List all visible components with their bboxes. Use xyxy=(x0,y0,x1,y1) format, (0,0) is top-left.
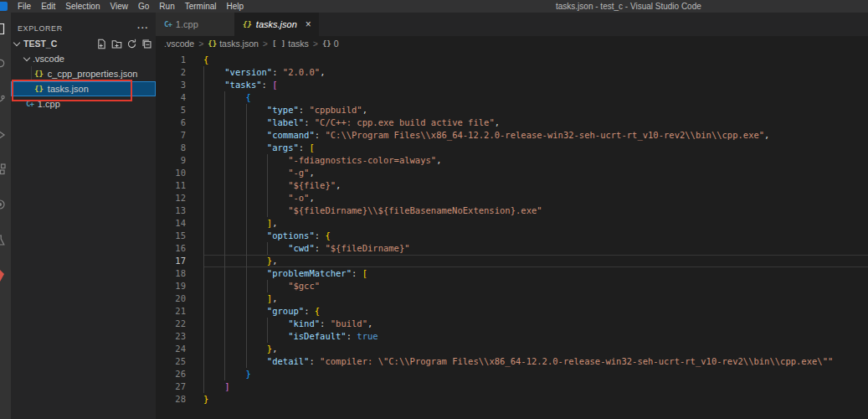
code-text: "cwd": "${fileDirname}" xyxy=(203,242,868,255)
menu-help[interactable]: Help xyxy=(222,0,249,13)
explorer-header: EXPLORER ··· xyxy=(11,19,156,36)
menu-selection[interactable]: Selection xyxy=(60,0,105,13)
code-line[interactable]: 6 "label": "C/C++: cpp.exe build active … xyxy=(156,116,868,129)
menu-run[interactable]: Run xyxy=(154,0,179,13)
line-number: 12 xyxy=(156,192,203,204)
remote-explorer-icon[interactable] xyxy=(0,199,7,212)
code-text: ] xyxy=(203,380,868,393)
code-line[interactable]: 25 "detail": "compiler: \"C:\\Program Fi… xyxy=(156,355,868,368)
code-line[interactable]: 15 "options": { xyxy=(156,230,868,242)
code-line[interactable]: 5 "type": "cppbuild", xyxy=(156,104,868,116)
code-text: "isDefault": true xyxy=(203,330,868,343)
breadcrumb: .vscode > {} tasks.json > [ ] tasks > {}… xyxy=(156,36,868,51)
explorer-sidebar: EXPLORER ··· TEST_C .vscode {} c_cpp_pro… xyxy=(11,13,156,419)
run-debug-icon[interactable] xyxy=(0,128,7,142)
code-line[interactable]: 24 }, xyxy=(156,343,868,355)
code-line[interactable]: 11 "${file}", xyxy=(156,179,868,192)
line-number: 22 xyxy=(156,318,203,330)
code-line[interactable]: 16 "cwd": "${fileDirname}" xyxy=(156,242,868,255)
tab-tasks-json[interactable]: {} tasks.json × xyxy=(234,13,319,36)
menu-view[interactable]: View xyxy=(105,0,134,13)
code-line[interactable]: 21 "group": { xyxy=(156,305,868,318)
line-number: 5 xyxy=(156,104,203,116)
code-text: { xyxy=(203,54,868,66)
line-number: 11 xyxy=(156,179,203,192)
code-text: "label": "C/C++: cpp.exe build active fi… xyxy=(203,116,868,129)
extension-badge-icon[interactable] xyxy=(0,269,7,282)
line-number: 20 xyxy=(156,292,203,305)
menu-edit[interactable]: Edit xyxy=(36,0,60,13)
tab-bar: C+ 1.cpp {} tasks.json × xyxy=(156,13,868,36)
project-name: TEST_C xyxy=(23,39,57,49)
code-line[interactable]: 28} xyxy=(156,393,868,406)
code-line[interactable]: 23 "isDefault": true xyxy=(156,330,868,343)
code-line[interactable]: 20 ], xyxy=(156,292,868,305)
collapse-all-icon[interactable] xyxy=(141,39,152,49)
new-file-icon[interactable] xyxy=(96,39,107,49)
code-line[interactable]: 14 ], xyxy=(156,217,868,230)
code-line[interactable]: 10 "-g", xyxy=(156,167,868,179)
refresh-icon[interactable] xyxy=(126,39,137,49)
more-actions-icon[interactable]: ··· xyxy=(137,23,149,33)
code-line[interactable]: 1{ xyxy=(156,54,868,66)
code-text: "version": "2.0.0", xyxy=(203,66,868,79)
tree-item-c-cpp-properties[interactable]: {} c_cpp_properties.json xyxy=(11,66,156,81)
code-line[interactable]: 12 "-o", xyxy=(156,192,868,204)
explorer-title: EXPLORER xyxy=(18,24,63,33)
editor-group: C+ 1.cpp {} tasks.json × .vscode > {} ta… xyxy=(156,13,868,419)
breadcrumb-vscode[interactable]: .vscode xyxy=(164,39,194,49)
line-number: 4 xyxy=(156,91,203,104)
code-line[interactable]: 7 "command": "C:\\Program Files\\x86_64-… xyxy=(156,129,868,142)
code-text: "tasks": [ xyxy=(203,79,868,91)
code-line[interactable]: 26 } xyxy=(156,368,868,380)
code-text: "kind": "build", xyxy=(203,318,868,330)
code-line[interactable]: 4 { xyxy=(156,91,868,104)
menu-go[interactable]: Go xyxy=(133,0,154,13)
code-editor[interactable]: 1{2 "version": "2.0.0",3 "tasks": [4 {5 … xyxy=(156,51,868,419)
code-text: "group": { xyxy=(203,305,868,318)
search-icon[interactable] xyxy=(0,58,7,71)
code-line[interactable]: 2 "version": "2.0.0", xyxy=(156,66,868,79)
code-line[interactable]: 18 "problemMatcher": [ xyxy=(156,267,868,280)
code-line[interactable]: 17 }, xyxy=(156,255,868,267)
menu-terminal[interactable]: Terminal xyxy=(180,0,222,13)
code-line[interactable]: 27 ] xyxy=(156,380,868,393)
breadcrumb-tasks-json[interactable]: tasks.json xyxy=(219,39,259,49)
code-text: "problemMatcher": [ xyxy=(203,267,868,280)
code-line[interactable]: 3 "tasks": [ xyxy=(156,79,868,91)
code-line[interactable]: 19 "$gcc" xyxy=(156,280,868,292)
code-line[interactable]: 13 "${fileDirname}\\${fileBasenameNoExte… xyxy=(156,204,868,217)
code-line[interactable]: 8 "args": [ xyxy=(156,142,868,154)
code-text: "-g", xyxy=(203,167,868,179)
tree-item-1-cpp[interactable]: C+ 1.cpp xyxy=(11,96,156,111)
json-file-icon: {} xyxy=(34,85,44,93)
tab-1-cpp[interactable]: C+ 1.cpp xyxy=(156,13,234,36)
line-number: 3 xyxy=(156,79,203,91)
breadcrumb-0[interactable]: 0 xyxy=(334,39,339,49)
menu-file[interactable]: File xyxy=(13,0,36,13)
testing-icon[interactable] xyxy=(0,234,7,247)
breadcrumb-tasks[interactable]: tasks xyxy=(288,39,309,49)
new-folder-icon[interactable] xyxy=(111,39,122,49)
project-header[interactable]: TEST_C xyxy=(11,36,156,51)
code-line[interactable]: 9 "-fdiagnostics-color=always", xyxy=(156,154,868,167)
close-tab-icon[interactable]: × xyxy=(306,19,311,29)
line-number: 23 xyxy=(156,330,203,343)
tree-item-vscode-folder[interactable]: .vscode xyxy=(11,51,156,66)
code-text: ], xyxy=(203,217,868,230)
line-number: 21 xyxy=(156,305,203,318)
line-number: 9 xyxy=(156,154,203,167)
code-text: } xyxy=(203,368,868,380)
code-text: ], xyxy=(203,292,868,305)
tree-item-tasks-json[interactable]: {} tasks.json xyxy=(11,81,156,96)
extensions-icon[interactable] xyxy=(0,163,7,177)
code-text: "${file}", xyxy=(203,179,868,192)
code-text: "$gcc" xyxy=(203,280,868,292)
line-number: 13 xyxy=(156,204,203,217)
explorer-icon[interactable] xyxy=(0,23,7,36)
code-text: }, xyxy=(203,343,868,355)
source-control-icon[interactable] xyxy=(0,93,7,106)
code-line[interactable]: 22 "kind": "build", xyxy=(156,318,868,330)
code-text: "${fileDirname}\\${fileBasenameNoExtensi… xyxy=(203,204,868,217)
file-name: c_cpp_properties.json xyxy=(48,69,138,79)
